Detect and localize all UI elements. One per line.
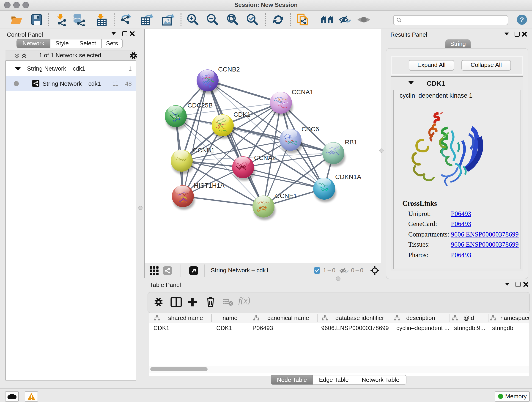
svg-text:CCNB2: CCNB2 bbox=[218, 66, 240, 73]
svg-text:CDK1: CDK1 bbox=[234, 111, 251, 118]
svg-text:CDKN1A: CDKN1A bbox=[335, 173, 361, 180]
svg-text:CCNA1: CCNA1 bbox=[292, 89, 313, 96]
svg-text:CCNB1: CCNB1 bbox=[193, 147, 215, 154]
svg-text:HIST1H1A: HIST1H1A bbox=[194, 182, 225, 189]
svg-text:RB1: RB1 bbox=[345, 139, 357, 146]
svg-text:CDC25B: CDC25B bbox=[187, 102, 213, 109]
svg-text:CCNA2: CCNA2 bbox=[254, 154, 276, 161]
svg-text:CDC6: CDC6 bbox=[302, 126, 319, 133]
svg-text:CCNE1: CCNE1 bbox=[275, 192, 297, 199]
